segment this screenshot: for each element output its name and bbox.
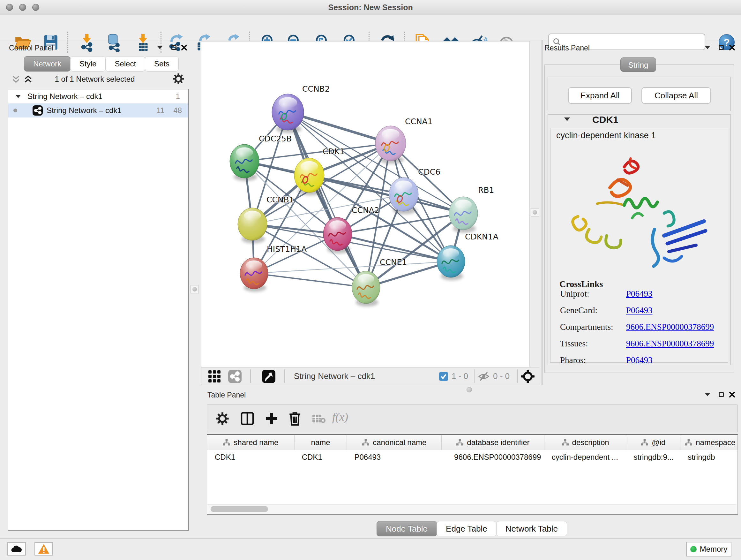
crosslink-label: Compartments:: [560, 322, 613, 332]
tab-network-table[interactable]: Network Table: [496, 521, 567, 537]
cell-shared-name[interactable]: CDK1: [207, 450, 294, 464]
network-status-dot-icon: [13, 109, 17, 112]
crosslink-label: Pharos:: [560, 355, 586, 365]
cloud-button[interactable]: [7, 542, 26, 556]
warning-button[interactable]: [35, 542, 53, 556]
tab-string[interactable]: String: [620, 57, 656, 72]
control-panel-title: Control Panel: [9, 44, 53, 52]
toolbar-separator: [67, 32, 68, 53]
cell-name[interactable]: CDK1: [294, 450, 347, 464]
tab-node-table[interactable]: Node Table: [377, 521, 437, 537]
gear-icon[interactable]: [215, 412, 229, 426]
collection-label: String Network – cdk1: [27, 92, 103, 101]
tab-style[interactable]: Style: [70, 56, 106, 71]
add-column-icon[interactable]: [265, 412, 279, 426]
toolbar-separator: [160, 32, 161, 53]
control-panel-menu-icon[interactable]: [157, 46, 163, 49]
network-column-icon: [223, 439, 230, 446]
warning-icon: [38, 544, 50, 554]
import-database-icon[interactable]: [105, 33, 123, 52]
column-header-description[interactable]: description: [544, 435, 626, 450]
column-header-canonical-name[interactable]: canonical name: [347, 435, 441, 450]
node-label: CCNB1: [266, 195, 294, 204]
table-panel-close-icon[interactable]: [729, 391, 735, 398]
node-result-expander-icon[interactable]: [564, 118, 570, 121]
column-header-database-identifier[interactable]: database identifier: [441, 435, 544, 450]
import-network-icon[interactable]: [77, 33, 96, 52]
node-label: CDC25B: [259, 134, 292, 143]
close-window-icon[interactable]: [6, 4, 13, 11]
crosslink-value[interactable]: P06493: [626, 289, 653, 299]
tab-network[interactable]: Network: [24, 56, 71, 71]
network-label: String Network – cdk1: [47, 106, 122, 115]
split-columns-icon[interactable]: [240, 412, 254, 426]
table-toolbar: f(x): [207, 404, 738, 432]
grid-icon[interactable]: [208, 370, 221, 383]
table-row[interactable]: CDK1 CDK1 P06493 9606.ENSP00000378699 cy…: [207, 450, 738, 464]
results-panel-divider[interactable]: [542, 40, 542, 385]
selected-checkbox-icon[interactable]: [439, 372, 448, 381]
control-panel-float-icon[interactable]: [172, 45, 177, 50]
table-panel-menu-icon[interactable]: [704, 393, 711, 396]
maximize-window-icon[interactable]: [32, 4, 39, 11]
cell-id[interactable]: stringdb:9...: [626, 450, 680, 464]
tab-sets[interactable]: Sets: [145, 56, 179, 71]
crosslink-value[interactable]: 9606.ENSP00000378699: [626, 322, 714, 332]
right-splitter-grip[interactable]: [531, 208, 539, 216]
table-panel-float-icon[interactable]: [719, 392, 724, 397]
open-in-window-icon[interactable]: [262, 370, 275, 383]
cell-database-identifier[interactable]: 9606.ENSP00000378699: [441, 450, 544, 464]
hidden-count: 0 - 0: [493, 368, 510, 385]
results-panel-float-icon[interactable]: [719, 45, 724, 50]
window-title: Session: New Session: [0, 0, 741, 15]
column-header-id[interactable]: @id: [626, 435, 680, 450]
network-column-icon: [685, 439, 692, 446]
network-view-toolbar: String Network – cdk1 1 - 0 0 - 0: [201, 367, 539, 385]
table-horizontal-scrollbar[interactable]: [207, 504, 737, 514]
collection-expander-icon[interactable]: [16, 95, 20, 98]
column-header-namespace[interactable]: namespace: [680, 435, 738, 450]
cell-namespace[interactable]: stringdb: [680, 450, 738, 464]
memory-label: Memory: [700, 545, 728, 554]
hidden-eye-icon: [478, 371, 490, 382]
node-label: RB1: [478, 186, 494, 195]
crosslink-value[interactable]: P06493: [626, 355, 653, 365]
protein-structure-image: [559, 149, 725, 274]
crosslink-label: Tissues:: [560, 339, 588, 349]
network-tree: String Network – cdk1 1 String Network –…: [8, 89, 189, 531]
crosslink-label: Uniprot:: [560, 289, 590, 299]
left-splitter-grip[interactable]: [191, 285, 199, 294]
table-scrollbar-thumb[interactable]: [211, 506, 268, 512]
expand-all-button[interactable]: Expand All: [568, 87, 632, 104]
toolbar-separator: [517, 369, 518, 383]
results-panel-close-icon[interactable]: [729, 44, 735, 51]
network-canvas[interactable]: CCNB2CCNA1CDC25BCDK1CDC6RB1CCNB1CCNA2CDK…: [201, 41, 530, 367]
crosslink-label: GeneCard:: [560, 306, 597, 315]
cell-description[interactable]: cyclin-dependent ...: [544, 450, 626, 464]
minimize-window-icon[interactable]: [19, 4, 26, 11]
results-panel-menu-icon[interactable]: [704, 46, 711, 49]
memory-button[interactable]: Memory: [686, 542, 731, 557]
gear-icon[interactable]: [172, 73, 185, 85]
crosslink-value[interactable]: P06493: [626, 306, 653, 315]
collapse-all-button[interactable]: Collapse All: [642, 87, 711, 104]
crosslink-value[interactable]: 9606.ENSP00000378699: [626, 339, 714, 349]
horizontal-splitter-grip[interactable]: [467, 387, 472, 392]
tab-select[interactable]: Select: [105, 56, 145, 71]
node-label: CCNA1: [405, 117, 433, 126]
delete-column-icon[interactable]: [287, 411, 302, 426]
column-header-name[interactable]: name: [294, 435, 347, 450]
network-column-icon: [456, 439, 464, 446]
cell-canonical-name[interactable]: P06493: [347, 450, 441, 464]
node-label: CDK1: [323, 147, 345, 156]
network-collection-row[interactable]: String Network – cdk1 1: [8, 89, 188, 104]
control-panel-close-icon[interactable]: [181, 44, 187, 51]
node-label: CCNB2: [302, 84, 330, 94]
import-table-icon[interactable]: [134, 33, 152, 52]
crosshair-icon[interactable]: [521, 370, 535, 383]
tab-edge-table[interactable]: Edge Table: [436, 521, 496, 537]
string-share-icon[interactable]: [228, 370, 242, 383]
node-label: CDC6: [418, 167, 441, 177]
network-row[interactable]: String Network – cdk1 11 48: [8, 104, 188, 118]
column-header-shared-name[interactable]: shared name: [207, 435, 294, 450]
